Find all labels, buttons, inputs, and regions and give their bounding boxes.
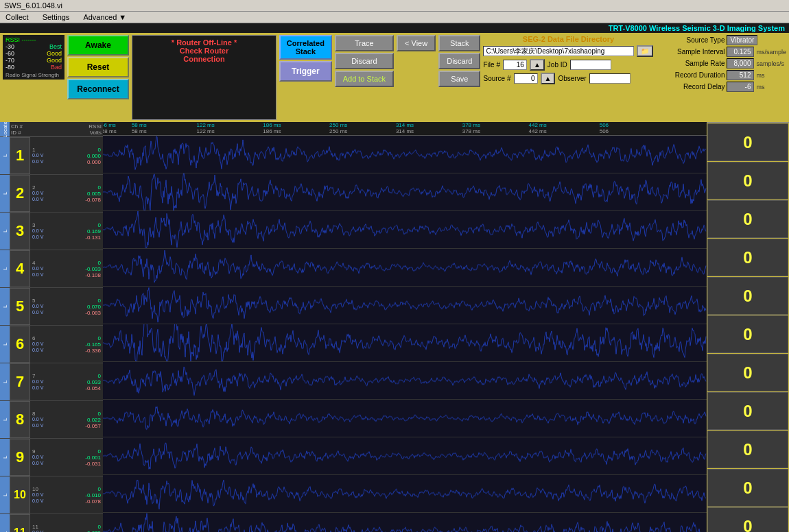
- locate-button[interactable]: L: [0, 137, 10, 174]
- menu-collect[interactable]: Collect: [3, 12, 32, 22]
- locate-button[interactable]: L: [0, 363, 10, 400]
- stack-number: 0: [707, 469, 788, 507]
- waveform-row: [103, 249, 707, 287]
- reset-button[interactable]: Reset: [67, 57, 129, 77]
- stack-number: 0: [707, 277, 788, 315]
- waveform-row: [103, 136, 707, 173]
- channel-header: Locate Ch # RSSI ID # Volts: [0, 122, 103, 137]
- right-panel: 00000000000: [707, 122, 789, 532]
- time-tick: 122 ms122 ms: [196, 122, 214, 134]
- waveform-row: [103, 437, 707, 475]
- seg2-title: SEG-2 Data File Directory: [483, 35, 653, 43]
- channel-row: L 3 3 0 0.0 V 0.169 0.0 V -0.131: [0, 213, 103, 250]
- wave-canvas: [103, 249, 707, 286]
- add-to-stack-button[interactable]: Add to Stack: [335, 71, 394, 87]
- waveform-row: [103, 173, 707, 211]
- wave-canvas: [103, 287, 707, 324]
- stack-number: 0: [707, 507, 788, 532]
- locate-button[interactable]: L: [0, 401, 10, 438]
- source-num-input[interactable]: [514, 73, 538, 84]
- wave-canvas: [103, 400, 707, 437]
- stack-panel: Stack Discard Save: [438, 35, 480, 120]
- channel-row: L 5 5 0 0.0 V 0.070 0.0 V -0.083: [0, 288, 103, 326]
- save-button[interactable]: Save: [438, 71, 480, 87]
- observer-input[interactable]: [589, 73, 631, 84]
- waveform-row: [103, 287, 707, 324]
- stack-number: 0: [707, 123, 788, 161]
- channel-data: 8 0 0.0 V 0.022 0.0 V -0.057: [30, 410, 103, 430]
- channel-id: 6: [10, 326, 30, 363]
- system-name: TRT-V8000 Wireless Seismic 3-D Imaging S…: [609, 24, 785, 32]
- locate-button[interactable]: L: [0, 476, 10, 513]
- directory-input[interactable]: [483, 46, 634, 56]
- job-id-input[interactable]: [570, 60, 611, 70]
- awake-button[interactable]: Awake: [67, 35, 129, 56]
- locate-button[interactable]: L: [0, 514, 10, 532]
- trigger-button[interactable]: Trigger: [279, 61, 332, 82]
- channel-row: L 8 8 0 0.0 V 0.022 0.0 V -0.057: [0, 401, 103, 439]
- time-tick: 314 ms314 ms: [396, 122, 414, 134]
- system-header: TRT-V8000 Wireless Seismic 3-D Imaging S…: [0, 23, 789, 33]
- channel-id: 3: [10, 213, 30, 250]
- channel-data: 1 0 0.0 V 0.000 0.0 V 0.000: [30, 146, 103, 166]
- waveform-row: [103, 513, 707, 532]
- discard-trace-button[interactable]: Discard: [335, 53, 394, 69]
- wave-canvas: [103, 475, 707, 512]
- channel-data: 5 0 0.0 V 0.070 0.0 V -0.083: [30, 297, 103, 317]
- stack-button[interactable]: Stack: [438, 35, 480, 51]
- correlated-stack-button[interactable]: Correlated Stack: [279, 35, 332, 60]
- waveform-rows: [103, 136, 707, 532]
- channel-row: L 2 2 0 0.0 V 0.005 0.0 V -0.078: [0, 175, 103, 213]
- channel-data: 10 0 0.0 V -0.010 0.0 V -0.078: [30, 485, 103, 505]
- channel-id: 10: [10, 476, 30, 513]
- record-delay-value: -6: [727, 82, 754, 92]
- locate-button[interactable]: L: [0, 250, 10, 287]
- wave-canvas: [103, 173, 707, 210]
- discard-stack-button[interactable]: Discard: [438, 53, 480, 69]
- locate-button[interactable]: L: [0, 439, 10, 476]
- locate-button[interactable]: L: [0, 213, 10, 250]
- view-button[interactable]: < View: [397, 35, 436, 51]
- channel-data: 7 0 0.0 V 0.033 0.0 V -0.054: [30, 372, 103, 392]
- channel-data: 11 0 0.0 V 0.079 0.0 V -0.014: [30, 523, 103, 533]
- view-panel: < View: [397, 35, 436, 120]
- browse-button[interactable]: 📁: [637, 45, 653, 57]
- locate-button[interactable]: L: [0, 175, 10, 212]
- time-tick: 250 ms250 ms: [329, 122, 347, 134]
- channel-id: 1: [10, 137, 30, 174]
- channel-row: L 10 10 0 0.0 V -0.010 0.0 V -0.078: [0, 476, 103, 514]
- file-up-button[interactable]: ▲: [530, 59, 545, 71]
- title-bar: SWS_6.01.048.vi: [0, 0, 789, 12]
- channel-row: L 7 7 0 0.0 V 0.033 0.0 V -0.054: [0, 363, 103, 401]
- channel-data: 4 0 0.0 V -0.033 0.0 V -0.108: [30, 259, 103, 279]
- time-tick: -6 ms58 ms: [103, 122, 117, 134]
- main-area: Locate Ch # RSSI ID # Volts L 1 1 0: [0, 122, 789, 532]
- stack-number: 0: [707, 392, 788, 430]
- time-tick: 58 ms58 ms: [132, 122, 147, 134]
- waveform-row: [103, 400, 707, 437]
- waveform-row: [103, 475, 707, 513]
- file-num-input[interactable]: [503, 60, 527, 70]
- channel-row: L 6 6 0 0.0 V -0.165 0.0 V -0.336: [0, 326, 103, 363]
- menu-settings[interactable]: Settings: [40, 12, 73, 22]
- menu-advanced[interactable]: Advanced ▼: [80, 12, 129, 22]
- source-type-value: Vibrator: [727, 35, 757, 45]
- reconnect-button[interactable]: Reconnect: [67, 79, 129, 99]
- channel-id: 2: [10, 175, 30, 212]
- trace-button[interactable]: Trace: [335, 35, 394, 51]
- toolbar: RSSI ------- -30Best -60Good -70Good -80…: [0, 33, 789, 122]
- waveform-area: -6 ms58 ms58 ms58 ms122 ms122 ms186 ms18…: [103, 122, 707, 532]
- channel-row: L 1 1 0 0.0 V 0.000 0.0 V 0.000: [0, 137, 103, 175]
- locate-button[interactable]: L: [0, 326, 10, 363]
- stack-number: 0: [707, 239, 788, 276]
- control-buttons: Awake Reset Reconnect: [67, 35, 129, 120]
- time-tick: 378 ms378 ms: [462, 122, 480, 134]
- wave-canvas: [103, 362, 707, 399]
- router-message: * Router Off-Line * Check Router Connect…: [132, 35, 276, 120]
- source-up-button[interactable]: ▲: [541, 73, 556, 84]
- app-title: SWS_6.01.048.vi: [4, 1, 62, 10]
- locate-button[interactable]: L: [0, 288, 10, 325]
- stack-numbers: 00000000000: [707, 123, 789, 532]
- channel-row: L 4 4 0 0.0 V -0.033 0.0 V -0.108: [0, 250, 103, 288]
- time-ruler-inner: -6 ms58 ms58 ms58 ms122 ms122 ms186 ms18…: [103, 122, 707, 135]
